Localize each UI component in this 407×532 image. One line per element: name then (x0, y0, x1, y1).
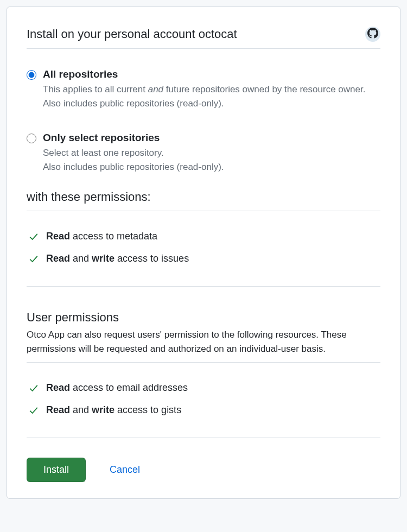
perm-bold: Read (46, 231, 70, 242)
radio-all-body: All repositories This applies to all cur… (43, 68, 380, 110)
avatar[interactable] (365, 27, 380, 42)
permissions-list: Read access to metadata Read and write a… (27, 231, 380, 264)
radio-all-repositories[interactable]: All repositories This applies to all cur… (27, 68, 380, 110)
perm-bold: Read (46, 382, 70, 393)
radio-all-label: All repositories (43, 68, 380, 80)
user-permissions-list: Read access to email addresses Read and … (27, 382, 380, 416)
radio-all-desc: This applies to all current and future r… (43, 83, 380, 110)
page-title: Install on your personal account octocat (27, 27, 237, 41)
check-icon (29, 406, 39, 415)
permission-item: Read and write access to issues (27, 253, 380, 264)
radio-all-repositories-input[interactable] (27, 70, 36, 80)
header-row: Install on your personal account octocat (27, 27, 380, 49)
radio-all-desc-post: future repositories owned by the resourc… (163, 84, 365, 94)
install-card: Install on your personal account octocat… (7, 7, 400, 499)
radio-select-label: Only select repositories (43, 132, 380, 144)
radio-select-repositories-input[interactable] (27, 134, 36, 143)
octocat-icon (367, 28, 378, 41)
permission-text: Read and write access to gists (46, 404, 181, 416)
radio-all-desc-pre: This applies to all current (43, 84, 148, 94)
radio-select-repositories[interactable]: Only select repositories Select at least… (27, 132, 380, 174)
user-permissions-section: User permissions Otco App can also reque… (27, 311, 380, 438)
divider (27, 438, 380, 438)
user-permissions-heading: User permissions (27, 311, 380, 325)
radio-select-body: Only select repositories Select at least… (43, 132, 380, 174)
check-icon (29, 383, 39, 393)
cancel-button[interactable]: Cancel (110, 464, 140, 476)
perm-mid: and (70, 253, 92, 264)
perm-rest: access to metadata (70, 231, 157, 242)
perm-bold: Read (46, 404, 70, 415)
perm-rest: access to gists (115, 404, 181, 415)
permission-item: Read access to email addresses (27, 382, 380, 394)
actions-row: Install Cancel (27, 458, 380, 482)
radio-all-desc-line2: Also includes public repositories (read-… (43, 98, 224, 109)
repo-scope-group: All repositories This applies to all cur… (27, 68, 380, 174)
perm-bold: Read (46, 253, 70, 264)
radio-all-desc-em: and (148, 84, 163, 94)
user-permissions-header: User permissions Otco App can also reque… (27, 311, 380, 363)
permission-text: Read and write access to issues (46, 253, 189, 264)
permission-text: Read access to email addresses (46, 382, 188, 394)
check-icon (29, 254, 39, 264)
divider (27, 286, 380, 287)
permission-text: Read access to metadata (46, 231, 157, 242)
user-permissions-subtext: Otco App can also request users' permiss… (27, 328, 380, 362)
perm-bold2: write (92, 404, 115, 415)
check-icon (29, 232, 39, 242)
perm-mid: and (70, 404, 92, 415)
permissions-heading: with these permissions: (27, 190, 380, 211)
radio-select-desc-line2: Also includes public repositories (read-… (43, 162, 224, 172)
install-button[interactable]: Install (27, 458, 86, 482)
permission-item: Read and write access to gists (27, 404, 380, 416)
radio-select-desc-line1: Select at least one repository. (43, 148, 164, 158)
perm-rest: access to email addresses (70, 382, 188, 393)
permission-item: Read access to metadata (27, 231, 380, 242)
perm-bold2: write (92, 253, 115, 264)
perm-rest: access to issues (115, 253, 189, 264)
radio-select-desc: Select at least one repository. Also inc… (43, 146, 380, 174)
